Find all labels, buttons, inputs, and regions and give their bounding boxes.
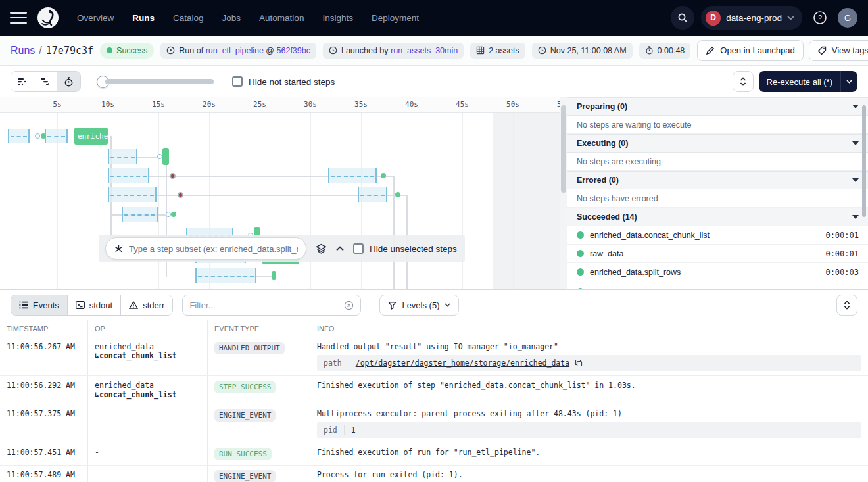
help-icon: ?: [813, 11, 827, 25]
hide-unselected-checkbox[interactable]: [353, 243, 364, 254]
step-row[interactable]: enriched_data.split_rows 0:00:03: [567, 263, 868, 281]
top-nav: Overview Runs Catalog Jobs Automation In…: [0, 0, 868, 36]
hide-unselected-label: Hide unselected steps: [370, 244, 457, 254]
section-preparing[interactable]: Preparing (0): [567, 97, 868, 116]
event-row[interactable]: 11:00:56.292 AM enriched_data ↳concat_ch…: [0, 376, 868, 404]
schedule-link[interactable]: run_assets_30min: [391, 46, 458, 55]
event-row[interactable]: 11:00:57.375 AM - ENGINE_EVENT Multiproc…: [0, 404, 868, 443]
nav-deployment[interactable]: Deployment: [372, 13, 419, 23]
hide-unselected-row: Hide unselected steps: [353, 243, 457, 254]
dagster-logo-icon[interactable]: [36, 6, 60, 30]
user-avatar[interactable]: G: [838, 8, 857, 28]
gantt-canvas[interactable]: enriche…enriche…: [0, 113, 567, 289]
step-row[interactable]: enriched_data.concat_chunk_list 0:00:01: [567, 226, 868, 245]
gantt-scrollbar-thumb[interactable]: [561, 105, 566, 193]
pencil-icon: [706, 46, 715, 55]
stopwatch-icon: [64, 77, 74, 87]
gantt-waiting-box[interactable]: [122, 207, 158, 222]
open-in-launchpad-button[interactable]: Open in Launchpad: [697, 40, 803, 61]
event-op: enriched_data ↳concat_chunk_list: [88, 337, 208, 375]
step-row[interactable]: enriched_data.process_chunk [1] 0:00:04: [567, 283, 868, 289]
clear-filter-icon[interactable]: [344, 301, 354, 310]
section-errored[interactable]: Errored (0): [567, 171, 868, 189]
gantt-view-waterfall-button[interactable]: [34, 72, 57, 91]
log-scroll-stepper-button[interactable]: [836, 295, 857, 316]
steps-panel-scrollbar-thumb[interactable]: [862, 105, 866, 217]
step-subset-input[interactable]: [129, 244, 298, 254]
section-succeeded[interactable]: Succeeded (14): [567, 208, 868, 226]
nav-catalog[interactable]: Catalog: [173, 13, 204, 23]
gantt-waiting-box[interactable]: [195, 268, 256, 283]
expand-collapse-button[interactable]: [733, 71, 754, 92]
gantt-waiting-box[interactable]: [358, 187, 387, 202]
breadcrumb-runs-link[interactable]: Runs: [11, 45, 35, 57]
event-metadata-row: path /opt/dagster/dagster_home/storage/e…: [317, 355, 861, 371]
search-button[interactable]: [671, 6, 694, 30]
tab-stdout[interactable]: stdout: [68, 295, 121, 315]
gantt-waiting-box[interactable]: [108, 168, 149, 183]
layers-icon[interactable]: [316, 243, 327, 254]
job-link[interactable]: run_etl_pipeline: [206, 46, 264, 55]
event-row[interactable]: 11:00:57.489 AM - ENGINE_EVENT Process f…: [0, 466, 868, 482]
sort-chevrons-icon: [844, 301, 850, 310]
collapse-overlay-button[interactable]: [336, 246, 344, 251]
gantt-connector-line: [393, 176, 395, 289]
tag-icon: [817, 46, 827, 55]
gantt-zoom-slider[interactable]: [97, 76, 214, 88]
nav-automation[interactable]: Automation: [259, 13, 304, 23]
log-filter-input[interactable]: [189, 301, 339, 310]
tab-stderr[interactable]: stderr: [121, 295, 172, 315]
nav-jobs[interactable]: Jobs: [222, 13, 241, 23]
levels-filter-button[interactable]: Levels (5): [379, 295, 459, 316]
gantt-view-flat-button[interactable]: [11, 72, 34, 91]
warning-icon: [129, 301, 138, 309]
copy-icon[interactable]: [575, 359, 583, 367]
gantt-waiting-box[interactable]: [108, 187, 157, 202]
gantt-step-bar[interactable]: [272, 271, 276, 280]
gantt-axis-tick: 20s: [203, 100, 216, 108]
gantt-view-timed-button[interactable]: [57, 72, 80, 91]
clock-icon: [329, 46, 337, 55]
event-timestamp: 11:00:57.489 AM: [0, 466, 88, 482]
gantt-step-bar[interactable]: enriche…: [74, 128, 108, 145]
reexecute-all-button[interactable]: Re-execute all (*): [759, 77, 840, 87]
reexecute-options-button[interactable]: [840, 71, 857, 92]
clock-icon: [538, 46, 546, 55]
run-header: Runs / 17e79c3f Success Run of run_etl_p…: [0, 36, 868, 66]
step-row[interactable]: raw_data 0:00:01: [567, 245, 868, 263]
gantt-gridline: [310, 113, 311, 289]
section-executing[interactable]: Executing (0): [567, 134, 868, 153]
nav-insights[interactable]: Insights: [322, 13, 353, 23]
commit-link[interactable]: 562f39bc: [277, 46, 310, 55]
gantt-waiting-box[interactable]: [45, 129, 68, 143]
event-op: enriched_data ↳concat_chunk_list: [88, 376, 208, 404]
nav-runs[interactable]: Runs: [132, 13, 155, 23]
op-selector-icon: [114, 244, 124, 254]
slider-track[interactable]: [105, 79, 214, 84]
gantt-gridline: [158, 113, 159, 289]
search-icon: [677, 12, 688, 23]
help-button[interactable]: ?: [809, 7, 831, 29]
primary-nav: Overview Runs Catalog Jobs Automation In…: [77, 13, 419, 23]
event-row[interactable]: 11:00:57.451 AM - RUN_SUCCESS Finished e…: [0, 443, 868, 466]
storage-path-link[interactable]: /opt/dagster/dagster_home/storage/enrich…: [356, 358, 569, 368]
event-type-badge: ENGINE_EVENT: [214, 470, 276, 482]
workspace-switcher[interactable]: D data-eng-prod: [701, 6, 802, 30]
tag-duration: 0:00:48: [639, 43, 691, 59]
gantt-waiting-box[interactable]: [328, 168, 377, 183]
sort-chevrons-icon: [740, 77, 746, 86]
gantt-step-bar[interactable]: [162, 148, 169, 165]
event-row[interactable]: 11:00:56.267 AM enriched_data ↳concat_ch…: [0, 337, 868, 376]
tab-events[interactable]: Events: [11, 295, 68, 315]
nav-overview[interactable]: Overview: [77, 13, 114, 23]
gantt-scrollbar-track[interactable]: [560, 97, 567, 289]
hide-not-started-checkbox[interactable]: [232, 76, 243, 87]
menu-icon[interactable]: [10, 12, 27, 24]
success-dot-icon: [577, 250, 584, 257]
view-tags-config-button[interactable]: View tags and config: [809, 40, 868, 61]
log-filter-box: [182, 295, 361, 316]
gantt-waiting-box[interactable]: [8, 129, 30, 143]
tag-assets[interactable]: 2 assets: [470, 43, 525, 59]
gantt-waiting-box[interactable]: [108, 149, 137, 164]
gantt-axis-tick: 40s: [405, 100, 418, 108]
